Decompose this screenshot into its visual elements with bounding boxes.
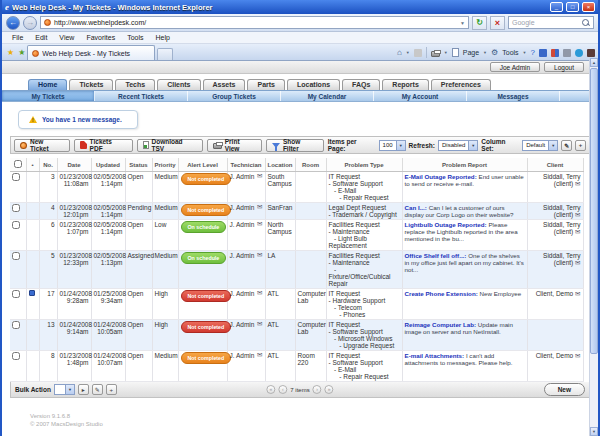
- new-tab-button[interactable]: [157, 48, 173, 60]
- col-room[interactable]: Room: [295, 158, 326, 172]
- ticket-number-link[interactable]: 8: [39, 351, 57, 382]
- tab-preferences[interactable]: Preferences: [431, 79, 491, 90]
- back-button[interactable]: ←: [6, 16, 20, 30]
- email-icon[interactable]: ✉: [257, 173, 262, 179]
- stop-button[interactable]: ×: [490, 16, 505, 30]
- report-title-link[interactable]: E-mail Attachments:: [405, 352, 465, 359]
- ticket-number-link[interactable]: 17: [39, 289, 57, 320]
- refresh-select[interactable]: Disabled▼: [438, 140, 478, 151]
- email-icon[interactable]: ✉: [575, 211, 580, 218]
- tab-tickets[interactable]: Tickets: [69, 79, 113, 90]
- email-icon[interactable]: ✉: [257, 352, 262, 358]
- subtab-group-tickets[interactable]: Group Tickets: [188, 91, 281, 101]
- select-all-header[interactable]: [10, 158, 26, 172]
- prev-page-button[interactable]: ‹: [278, 385, 287, 394]
- extension-icon[interactable]: [539, 49, 547, 57]
- table-row[interactable]: 6 01/23/2008 1:07pm 02/05/2008 1:14pm Op…: [10, 220, 583, 251]
- ticket-number-link[interactable]: 5: [39, 251, 57, 289]
- forward-button[interactable]: →: [23, 16, 37, 30]
- report-title-link[interactable]: Lightbulb Outage Reported:: [405, 221, 487, 228]
- report-title-link[interactable]: Reimage Computer Lab:: [405, 321, 477, 328]
- tab-locations[interactable]: Locations: [287, 79, 340, 90]
- tab-home[interactable]: Home: [28, 79, 67, 90]
- col-technician[interactable]: Technician: [227, 158, 265, 172]
- table-row[interactable]: 17 01/24/2008 9:28am 01/25/2008 9:34am O…: [10, 289, 583, 320]
- table-row[interactable]: 8 01/23/2008 1:48pm 01/24/2008 10:07am O…: [10, 351, 583, 382]
- email-icon[interactable]: ✉: [575, 228, 580, 235]
- download-tsv-button[interactable]: Download TSV: [137, 139, 203, 152]
- first-page-button[interactable]: «: [266, 385, 275, 394]
- print-view-button[interactable]: Print View: [207, 139, 262, 152]
- ticket-number-link[interactable]: 3: [39, 172, 57, 203]
- logout-button[interactable]: Logout: [544, 62, 584, 72]
- email-icon[interactable]: ✉: [257, 290, 262, 296]
- feeds-icon[interactable]: [414, 49, 422, 57]
- report-title-link[interactable]: Create Phone Extension:: [405, 290, 478, 297]
- ticket-number-link[interactable]: 13: [39, 320, 57, 351]
- col-priority[interactable]: Priority: [152, 158, 178, 172]
- menu-help[interactable]: Help: [150, 34, 176, 41]
- row-checkbox[interactable]: [12, 290, 20, 298]
- select-all-checkbox[interactable]: [14, 160, 22, 168]
- address-dropdown-icon[interactable]: ▼: [460, 20, 465, 26]
- tab-clients[interactable]: Clients: [157, 79, 200, 90]
- favorites-center-icon[interactable]: ★: [7, 48, 14, 57]
- tab-assets[interactable]: Assets: [203, 79, 246, 90]
- table-row[interactable]: 3 01/23/2008 11:08am 02/05/2008 1:14pm O…: [10, 172, 583, 203]
- row-checkbox[interactable]: [12, 221, 20, 229]
- search-input[interactable]: Google: [508, 16, 594, 29]
- last-page-button[interactable]: »: [325, 385, 334, 394]
- tickets-pdf-button[interactable]: Tickets PDF: [74, 139, 133, 152]
- ticket-number-link[interactable]: 6: [39, 220, 57, 251]
- home-icon[interactable]: ⌂: [397, 48, 402, 57]
- col-problem-type[interactable]: Problem Type: [326, 158, 402, 172]
- user-button[interactable]: Joe Admin: [490, 62, 540, 72]
- menu-view[interactable]: View: [53, 34, 80, 41]
- row-checkbox[interactable]: [12, 173, 20, 181]
- col-alert-level[interactable]: Alert Level: [178, 158, 227, 172]
- subtab-recent-tickets[interactable]: Recent Tickets: [95, 91, 188, 101]
- report-title-link[interactable]: Can I...:: [405, 204, 427, 211]
- add-column-set-button[interactable]: +: [575, 140, 586, 151]
- email-icon[interactable]: ✉: [257, 252, 262, 258]
- print-icon[interactable]: [431, 51, 440, 57]
- tab-reports[interactable]: Reports: [382, 79, 428, 90]
- email-icon[interactable]: ✉: [575, 290, 580, 297]
- add-bulk-action-button[interactable]: +: [106, 384, 117, 395]
- tools-dropdown-icon[interactable]: ▼: [523, 50, 527, 55]
- report-title-link[interactable]: E-Mail Outage Reported:: [405, 173, 477, 180]
- col-problem-report[interactable]: Problem Report: [402, 158, 527, 172]
- new-ticket-bottom-button[interactable]: New: [544, 383, 585, 396]
- extension-icon[interactable]: [575, 49, 583, 57]
- tools-menu[interactable]: Tools: [502, 49, 518, 56]
- column-set-select[interactable]: Default▼: [522, 140, 558, 151]
- email-icon[interactable]: ✉: [575, 180, 580, 187]
- col-no[interactable]: No.: [39, 158, 57, 172]
- subtab-my-account[interactable]: My Account: [374, 91, 467, 101]
- edit-bulk-action-button[interactable]: ✎: [92, 384, 103, 395]
- tab-parts[interactable]: Parts: [247, 79, 285, 90]
- add-favorite-icon[interactable]: ★: [18, 48, 25, 57]
- refresh-button[interactable]: ↻: [472, 16, 487, 30]
- scrollbar-thumb[interactable]: [590, 68, 598, 354]
- ticket-number-link[interactable]: 4: [39, 203, 57, 220]
- items-per-page-select[interactable]: 100▼: [379, 140, 406, 151]
- subtab-my-calendar[interactable]: My Calendar: [281, 91, 374, 101]
- new-ticket-button[interactable]: New Ticket: [14, 139, 70, 152]
- col-date[interactable]: Date: [57, 158, 91, 172]
- table-row[interactable]: 13 01/24/2008 9:14am 01/24/2008 10:05am …: [10, 320, 583, 351]
- email-icon[interactable]: ✉: [575, 352, 580, 359]
- print-dropdown-icon[interactable]: ▼: [444, 50, 448, 55]
- row-checkbox[interactable]: [12, 321, 20, 329]
- minimize-button[interactable]: _: [550, 2, 563, 12]
- page-menu[interactable]: Page: [463, 49, 479, 56]
- page-dropdown-icon[interactable]: ▼: [483, 50, 487, 55]
- home-dropdown-icon[interactable]: ▼: [406, 50, 410, 55]
- search-icon[interactable]: [582, 19, 590, 27]
- col-updated[interactable]: Updated: [91, 158, 125, 172]
- next-page-button[interactable]: ›: [313, 385, 322, 394]
- browser-tab[interactable]: Web Help Desk - My Tickets: [27, 45, 155, 60]
- row-checkbox[interactable]: [12, 204, 20, 212]
- row-checkbox[interactable]: [12, 252, 20, 260]
- menu-edit[interactable]: Edit: [29, 34, 53, 41]
